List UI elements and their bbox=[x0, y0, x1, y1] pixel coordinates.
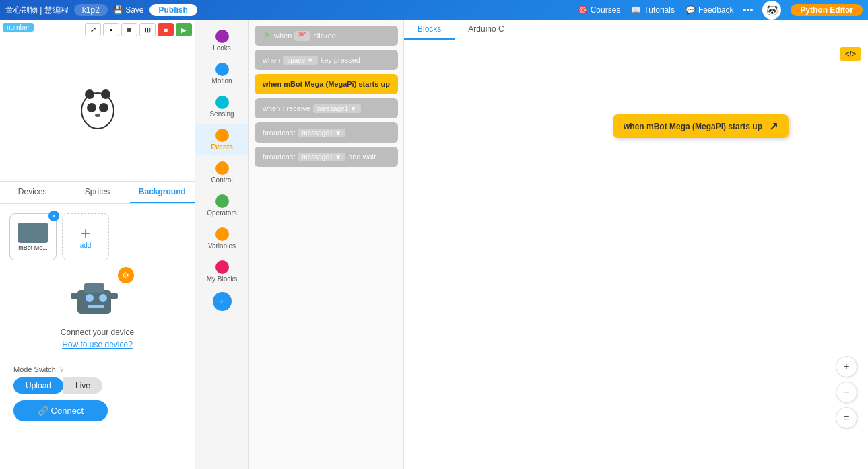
category-variables[interactable]: Variables bbox=[195, 223, 248, 254]
panda-nose bbox=[95, 114, 100, 117]
courses-link[interactable]: 🎯 Courses bbox=[578, 5, 621, 15]
zoom-out-button[interactable]: − bbox=[836, 382, 857, 403]
flag-badge: 🚩 bbox=[294, 31, 310, 41]
svg-rect-1 bbox=[84, 283, 104, 293]
category-my-blocks-label: My Blocks bbox=[207, 275, 238, 283]
user-avatar[interactable]: 🐼 bbox=[762, 1, 781, 20]
category-events[interactable]: Events bbox=[195, 124, 248, 155]
panda-eye-left bbox=[87, 103, 96, 112]
svg-rect-6 bbox=[110, 293, 118, 299]
panda-sprite bbox=[81, 92, 114, 129]
block-when-key-pressed[interactable]: when space ▼ key pressed bbox=[255, 50, 398, 70]
tab-devices[interactable]: Devices bbox=[0, 182, 65, 203]
main-layout: number ⤢ ▪ ◾ ⊞ ■ ▶ bbox=[0, 20, 868, 469]
device-close-button[interactable]: × bbox=[48, 211, 59, 221]
message-receive-dropdown[interactable]: message1 ▼ bbox=[313, 104, 361, 113]
live-mode-button[interactable]: Live bbox=[63, 377, 102, 394]
category-sensing-label: Sensing bbox=[209, 110, 234, 118]
motion-color-dot bbox=[215, 63, 229, 76]
category-sensing[interactable]: Sensing bbox=[195, 92, 248, 122]
grid-stage-button[interactable]: ⊞ bbox=[139, 23, 156, 36]
robot-image: ⚙ bbox=[64, 270, 131, 324]
category-motion-label: Motion bbox=[211, 77, 232, 85]
category-events-label: Events bbox=[211, 143, 233, 151]
canvas-area: Blocks Arduino C </> when mBot Mega (Meg… bbox=[404, 20, 868, 469]
avatar-icon: 🐼 bbox=[766, 5, 778, 15]
mode-switch-label: Mode Switch bbox=[13, 365, 56, 373]
stop-button[interactable]: ■ bbox=[158, 23, 174, 36]
canvas-block-mbot-starts[interactable]: when mBot Mega (MegaPi) starts up ↗ bbox=[613, 114, 789, 138]
flag-icon: ⚑ bbox=[263, 30, 271, 41]
svg-rect-0 bbox=[77, 290, 111, 314]
tab-blocks[interactable]: Blocks bbox=[404, 20, 455, 40]
half-stage-button[interactable]: ▪ bbox=[103, 23, 119, 36]
category-looks-label: Looks bbox=[213, 44, 231, 52]
block-when-mbot-starts[interactable]: when mBot Mega (MegaPi) starts up bbox=[255, 74, 398, 94]
my-blocks-color-dot bbox=[215, 260, 229, 274]
category-control[interactable]: Control bbox=[195, 157, 248, 188]
category-motion[interactable]: Motion bbox=[195, 59, 248, 89]
category-operators-label: Operators bbox=[207, 209, 236, 217]
canvas-workspace[interactable]: when mBot Mega (MegaPi) starts up ↗ + − … bbox=[404, 40, 868, 469]
panda-ear-left bbox=[85, 89, 94, 99]
background-panel: × mBot Me... + add bbox=[0, 204, 195, 469]
run-button[interactable]: ▶ bbox=[176, 23, 192, 36]
device-status-area: ⚙ Connect your device How to use device? bbox=[61, 270, 134, 349]
left-tab-row: Devices Sprites Background bbox=[0, 182, 195, 204]
courses-icon: 🎯 bbox=[578, 5, 588, 15]
add-device-button[interactable]: + add bbox=[62, 213, 109, 260]
block-broadcast[interactable]: broadcast message1 ▼ bbox=[255, 122, 398, 143]
operators-color-dot bbox=[215, 194, 229, 208]
block-broadcast-wait[interactable]: broadcast message1 ▼ and wait bbox=[255, 147, 398, 167]
tab-sprites[interactable]: Sprites bbox=[65, 182, 129, 203]
connect-device-label: Connect your device bbox=[61, 328, 134, 337]
block-when-receive[interactable]: when I receive message1 ▼ bbox=[255, 98, 398, 118]
number-badge: number bbox=[3, 23, 34, 32]
broadcast-wait-dropdown[interactable]: message1 ▼ bbox=[298, 153, 345, 161]
svg-point-2 bbox=[86, 294, 94, 302]
zoom-controls: + − = bbox=[836, 356, 857, 429]
add-label: add bbox=[80, 242, 92, 249]
upload-mode-button[interactable]: Upload bbox=[13, 377, 63, 394]
events-color-dot bbox=[215, 129, 229, 142]
left-panel: number ⤢ ▪ ◾ ⊞ ■ ▶ bbox=[0, 20, 195, 469]
broadcast-dropdown[interactable]: message1 ▼ bbox=[298, 129, 345, 137]
mode-switch-row: Mode Switch ? bbox=[13, 365, 181, 373]
panda-eye-right bbox=[99, 103, 108, 112]
mode-help-icon[interactable]: ? bbox=[60, 366, 64, 373]
svg-point-3 bbox=[99, 294, 107, 302]
python-editor-button[interactable]: Python Editor bbox=[791, 4, 863, 16]
device-list: × mBot Me... + add bbox=[7, 211, 188, 263]
cursor-icon: ↗ bbox=[769, 120, 778, 133]
tab-background[interactable]: Background bbox=[130, 182, 195, 203]
category-operators[interactable]: Operators bbox=[195, 190, 248, 221]
top-navigation: 童心制物 | 慧編程 k1p2 💾 Save Publish 🎯 Courses… bbox=[0, 0, 868, 20]
small-stage-button[interactable]: ◾ bbox=[121, 23, 137, 36]
zoom-fit-button[interactable]: = bbox=[836, 407, 857, 429]
add-category-button[interactable]: + bbox=[213, 292, 232, 311]
svg-rect-4 bbox=[88, 305, 104, 308]
canvas-block-text: when mBot Mega (MegaPi) starts up bbox=[624, 122, 762, 131]
connect-button[interactable]: 🔗 Connect bbox=[13, 400, 108, 421]
save-button[interactable]: 💾 Save bbox=[113, 5, 144, 15]
variables-color-dot bbox=[215, 227, 229, 241]
tutorials-link[interactable]: 📖 Tutorials bbox=[631, 5, 675, 15]
tab-arduino-c[interactable]: Arduino C bbox=[455, 20, 517, 40]
how-to-use-link[interactable]: How to use device? bbox=[62, 340, 133, 349]
expand-stage-button[interactable]: ⤢ bbox=[85, 23, 101, 36]
sensing-color-dot bbox=[215, 96, 229, 109]
zoom-in-button[interactable]: + bbox=[836, 356, 857, 377]
block-categories-panel: Looks Motion Sensing Events Control Oper… bbox=[195, 20, 249, 469]
gear-icon: ⚙ bbox=[118, 267, 134, 283]
publish-button[interactable]: Publish bbox=[149, 4, 197, 16]
block-when-clicked[interactable]: ⚑ when 🚩 clicked bbox=[255, 26, 398, 46]
space-key-dropdown[interactable]: space ▼ bbox=[283, 56, 317, 65]
device-card-mbot[interactable]: × mBot Me... bbox=[9, 213, 57, 260]
project-name-field[interactable]: k1p2 bbox=[74, 4, 108, 16]
more-menu-button[interactable]: ••• bbox=[743, 5, 754, 15]
sprite-canvas bbox=[81, 92, 114, 129]
category-control-label: Control bbox=[211, 176, 232, 184]
category-looks[interactable]: Looks bbox=[195, 26, 248, 56]
category-my-blocks[interactable]: My Blocks bbox=[195, 256, 248, 287]
feedback-link[interactable]: 💬 Feedback bbox=[686, 5, 734, 15]
